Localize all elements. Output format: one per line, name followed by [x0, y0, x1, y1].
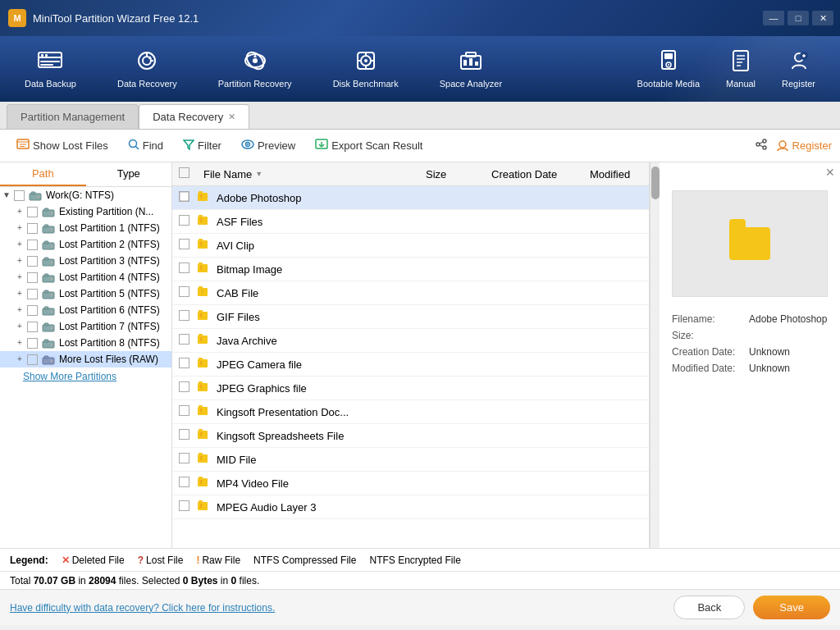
svg-line-58 — [760, 145, 763, 147]
lost7-checkbox[interactable] — [27, 322, 38, 332]
svg-rect-4 — [41, 54, 43, 57]
svg-rect-124 — [198, 431, 208, 439]
show-lost-files-button[interactable]: Show Lost Files — [8, 135, 116, 156]
toolbar-manual[interactable]: Manual — [716, 43, 765, 95]
space-analyzer-label: Space Analyzer — [440, 79, 502, 89]
col-modified[interactable]: Modified — [583, 162, 649, 185]
file-row-mpeg-audio[interactable]: ! MPEG Audio Layer 3 — [172, 495, 649, 519]
header-check[interactable] — [172, 162, 197, 185]
toolbar-register[interactable]: Register — [774, 43, 824, 95]
root-drive-icon — [29, 190, 42, 201]
creation-date-value: Unknown — [749, 346, 790, 358]
tree-item-lost-6[interactable]: + Lost Partition 6 (NTFS) — [0, 302, 171, 318]
more-lost-checkbox[interactable] — [27, 354, 38, 365]
file-row-mid-file[interactable]: ! MID File — [172, 448, 649, 472]
show-more-partitions-link[interactable]: Show More Partitions — [7, 368, 133, 385]
tree-root[interactable]: ▼ Work(G: NTFS) — [0, 187, 171, 203]
register-action-button[interactable]: Register — [776, 139, 832, 153]
close-button[interactable]: ✕ — [812, 11, 833, 25]
path-type-tabs: Path Type — [0, 162, 171, 187]
tree-item-lost-5[interactable]: + Lost Partition 5 (NTFS) — [0, 285, 171, 302]
svg-rect-127 — [198, 454, 208, 463]
toolbar-partition-recovery[interactable]: Partition Recovery — [210, 43, 300, 95]
filter-button[interactable]: Filter — [175, 135, 230, 156]
back-button[interactable]: Back — [673, 596, 745, 619]
svg-rect-31 — [733, 51, 748, 71]
file-row-jpeg-camera[interactable]: ! JPEG Camera file — [172, 353, 649, 377]
tree-item-lost-8[interactable]: + Lost Partition 8 (NTFS) — [0, 335, 171, 351]
col-size[interactable]: Size — [419, 162, 485, 185]
file-row-jpeg-graphics[interactable]: ! JPEG Graphics file — [172, 377, 649, 400]
legend-lost-icon: ? — [138, 555, 144, 566]
toolbar-bootable-media[interactable]: Bootable Media — [629, 43, 708, 95]
filename-value: Adobe Photoshop — [749, 313, 827, 325]
svg-line-45 — [135, 147, 139, 150]
root-checkbox[interactable] — [14, 190, 25, 201]
file-row-gif-files[interactable]: ! GIF Files — [172, 305, 649, 329]
file-row-bitmap-image[interactable]: ! Bitmap Image — [172, 258, 649, 281]
help-link[interactable]: Have difficulty with data recovery? Clic… — [10, 602, 275, 614]
file-row-adobe-photoshop[interactable]: ! Adobe Photoshop — [172, 186, 649, 210]
svg-point-89 — [51, 343, 53, 345]
tab-close-icon[interactable]: ✕ — [228, 112, 235, 122]
lost8-checkbox[interactable] — [27, 338, 38, 349]
tree-item-more-lost[interactable]: + More Lost Files (RAW) — [0, 351, 171, 368]
col-creation-date[interactable]: Creation Date — [485, 162, 583, 185]
tab-partition-management[interactable]: Partition Management — [7, 104, 139, 129]
tree-item-existing-partition[interactable]: + Existing Partition (N... — [0, 203, 171, 220]
svg-text:!: ! — [201, 288, 203, 295]
file-row-kingsoft-presentation[interactable]: ! Kingsoft Presentation Doc... — [172, 400, 649, 424]
export-scan-button[interactable]: Export Scan Result — [307, 135, 431, 156]
svg-point-80 — [51, 294, 53, 296]
lost2-checkbox[interactable] — [27, 240, 38, 250]
maximize-button[interactable]: □ — [788, 11, 809, 25]
file-row-asf-files[interactable]: ! ASF Files — [172, 210, 649, 234]
lost6-expand-icon: + — [15, 305, 25, 315]
lost3-checkbox[interactable] — [27, 256, 38, 267]
existing-checkbox[interactable] — [27, 207, 38, 217]
manual-label: Manual — [726, 79, 756, 89]
type-tab[interactable]: Type — [86, 162, 172, 186]
find-button[interactable]: Find — [120, 135, 171, 156]
select-all-checkbox[interactable] — [179, 167, 189, 178]
tree-item-lost-7[interactable]: + Lost Partition 7 (NTFS) — [0, 318, 171, 335]
toolbar-disk-benchmark[interactable]: Disk Benchmark — [325, 43, 407, 95]
lost5-checkbox[interactable] — [27, 289, 38, 299]
toolbar-data-backup[interactable]: Data Backup — [16, 43, 84, 95]
disk-benchmark-label: Disk Benchmark — [333, 79, 399, 89]
lost3-label: Lost Partition 3 (NTFS) — [59, 255, 160, 267]
app-title: MiniTool Partition Wizard Free 12.1 — [33, 12, 199, 25]
register-icon — [788, 49, 810, 75]
save-button[interactable]: Save — [753, 596, 830, 619]
file-row-avi-clip[interactable]: ! AVI Clip — [172, 234, 649, 258]
file-row-java-archive[interactable]: ! Java Archive — [172, 329, 649, 353]
tree-item-lost-1[interactable]: + Lost Partition 1 (NTFS) — [0, 220, 171, 236]
toolbar-data-recovery[interactable]: Data Recovery — [109, 43, 185, 95]
svg-point-62 — [38, 195, 40, 198]
lost4-checkbox[interactable] — [27, 272, 38, 283]
file-row-kingsoft-spreadsheets[interactable]: ! Kingsoft Spreadsheets File — [172, 424, 649, 448]
data-backup-label: Data Backup — [25, 79, 76, 89]
vertical-scrollbar[interactable] — [650, 162, 660, 548]
toolbar-space-analyzer[interactable]: Space Analyzer — [431, 43, 510, 95]
share-button[interactable] — [755, 138, 768, 153]
tree-item-lost-3[interactable]: + Lost Partition 3 (NTFS) — [0, 253, 171, 269]
lost1-checkbox[interactable] — [27, 223, 38, 234]
scrollbar-thumb[interactable] — [651, 167, 660, 199]
legend-lost: ? Lost File — [138, 555, 184, 566]
file-row-mp4-video[interactable]: ! MP4 Video File — [172, 472, 649, 495]
minimize-button[interactable]: — — [763, 11, 784, 25]
lost6-checkbox[interactable] — [27, 305, 38, 316]
file-row-cab-file[interactable]: ! CAB File — [172, 281, 649, 305]
tab-data-recovery[interactable]: Data Recovery ✕ — [139, 104, 249, 129]
tree-item-lost-4[interactable]: + Lost Partition 4 (NTFS) — [0, 269, 171, 285]
legend-lost-text: Lost File — [146, 555, 183, 566]
more-lost-drive-icon — [42, 354, 55, 365]
adobe-photoshop-checkbox[interactable] — [172, 189, 197, 207]
col-file-name[interactable]: File Name ▼ — [197, 162, 419, 185]
svg-text:!: ! — [200, 503, 202, 509]
tree-item-lost-2[interactable]: + Lost Partition 2 (NTFS) — [0, 236, 171, 253]
close-preview-button[interactable]: ✕ — [660, 162, 840, 182]
path-tab[interactable]: Path — [0, 162, 86, 186]
preview-button[interactable]: Preview — [233, 135, 304, 156]
